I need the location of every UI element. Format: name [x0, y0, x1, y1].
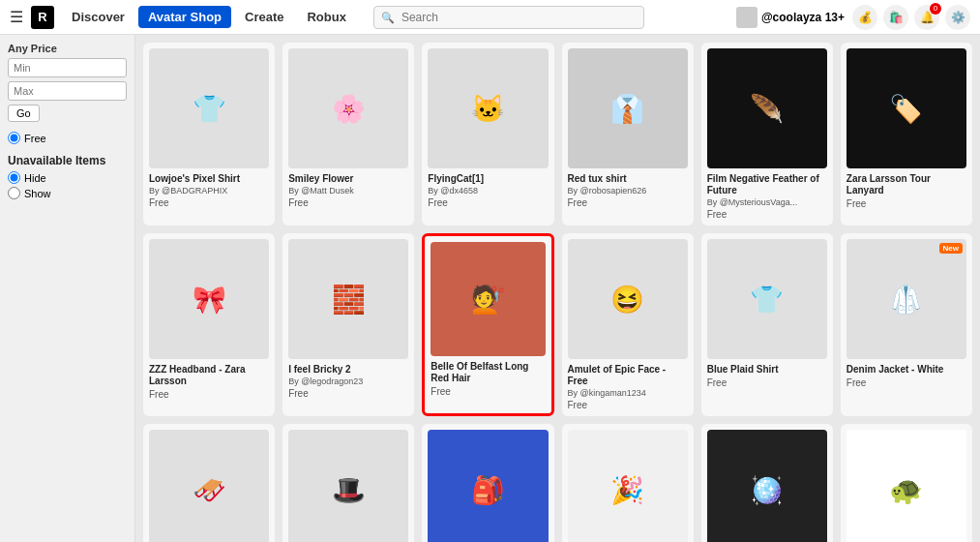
nav-right: @coolayza 13+ 💰 🛍️ 🔔 0 ⚙️ [736, 5, 970, 30]
item-card[interactable]: 🌸 Smiley Flower By @Matt Dusek Free [282, 43, 414, 226]
notification-badge: 0 [930, 3, 941, 15]
nav-action-icons: 💰 🛍️ 🔔 0 ⚙️ [852, 5, 970, 30]
show-radio-item[interactable]: Show [8, 187, 127, 199]
item-card[interactable]: 😆 Amulet of Epic Face - Free By @kingama… [562, 233, 694, 416]
item-card[interactable]: 🪩 2022 New Year's Countdown Hat Offsale [701, 424, 833, 542]
item-card[interactable]: 👔 Red tux shirt By @robosapien626 Free [562, 43, 694, 226]
item-image: 👕 [161, 60, 256, 156]
item-image: 👕 [719, 252, 815, 347]
item-thumbnail: 🎩 [288, 430, 408, 542]
item-card[interactable]: 🎒 Guide's Backpack Offsale [422, 424, 553, 542]
free-filter: Free [8, 132, 127, 144]
price-filter: Any Price Go [8, 43, 127, 122]
hide-radio-item[interactable]: Hide [8, 171, 127, 184]
item-thumbnail: 💇 [431, 242, 545, 356]
unavailable-radio-group: Hide Show [8, 171, 127, 199]
item-creator: By @Matt Dusek [288, 186, 408, 196]
item-card[interactable]: 🪶 Film Negative Feather of Future By @My… [701, 43, 833, 226]
item-card[interactable]: 🎀 ZZZ Headband - Zara Larsson Free [143, 233, 275, 416]
item-card[interactable]: 👕 Lowjoe's Pixel Shirt By @BADGRAPHIX Fr… [143, 43, 275, 226]
nav-links: Discover Avatar Shop Create Robux [62, 6, 356, 28]
item-card[interactable]: 🐱 FlyingCat[1] By @dx4658 Free [422, 43, 553, 226]
item-name: ZZZ Headband - Zara Larsson [149, 364, 269, 387]
item-creator: By @MysteriousVaga... [707, 197, 827, 207]
free-radio-item[interactable]: Free [8, 132, 127, 144]
user-info: @coolayza 13+ [736, 7, 845, 28]
items-content: 👕 Lowjoe's Pixel Shirt By @BADGRAPHIX Fr… [135, 35, 980, 542]
item-price: Free [846, 198, 966, 209]
item-thumbnail: 👔 [568, 48, 688, 168]
item-image: 🐢 [858, 442, 954, 538]
nav-avatar-shop[interactable]: Avatar Shop [138, 6, 231, 28]
item-image: 💇 [442, 254, 534, 346]
item-name: FlyingCat[1] [428, 173, 548, 185]
item-thumbnail: New 🥼 [846, 239, 966, 359]
item-creator: By @BADGRAPHIX [149, 186, 269, 196]
item-thumbnail: 👕 [149, 48, 269, 168]
item-name: Belle Of Belfast Long Red Hair [431, 361, 545, 384]
item-card[interactable]: 💇 Belle Of Belfast Long Red Hair Free [422, 233, 553, 416]
item-thumbnail: 🪶 [707, 48, 827, 168]
free-label: Free [24, 133, 46, 144]
item-card[interactable]: 🏷️ Zara Larsson Tour Lanyard Free [841, 43, 972, 226]
roblox-logo[interactable]: R [31, 6, 54, 29]
item-card[interactable]: 👕 Blue Plaid Shirt Free [701, 233, 833, 416]
username: @coolayza 13+ [761, 11, 845, 24]
item-name: Denim Jacket - White [846, 364, 966, 376]
item-price: Free [149, 389, 269, 400]
item-thumbnail: 🎒 [428, 430, 548, 542]
unavailable-title: Unavailable Items [8, 154, 127, 167]
item-price: Free [288, 388, 408, 399]
item-card[interactable]: New 🥼 Denim Jacket - White Free [841, 233, 972, 416]
max-price-input[interactable] [8, 81, 127, 101]
free-radio[interactable] [8, 132, 20, 144]
nav-create[interactable]: Create [235, 6, 293, 28]
item-image: 🥼 [858, 252, 954, 347]
item-price: Free [428, 197, 548, 208]
item-price: Free [846, 377, 966, 388]
robux-icon-btn[interactable]: 💰 [852, 5, 877, 30]
item-thumbnail: 🐱 [428, 48, 548, 168]
item-name: Lowjoe's Pixel Shirt [149, 173, 269, 185]
item-price: Free [707, 377, 827, 388]
settings-icon-btn[interactable]: ⚙️ [945, 5, 970, 30]
item-card[interactable]: 🛷 Winter Sled Offsale [143, 424, 275, 542]
item-image: 🐱 [440, 60, 536, 156]
item-card[interactable]: 🐢 Bowser 101!.bmp By @Bowser101 Offsale [841, 424, 972, 542]
item-image: 😆 [579, 252, 675, 347]
item-creator: By @dx4658 [428, 186, 548, 196]
nav-robux[interactable]: Robux [297, 6, 355, 28]
go-button[interactable]: Go [8, 105, 40, 122]
item-image: 🏷️ [858, 60, 954, 156]
item-name: Blue Plaid Shirt [707, 364, 827, 376]
hamburger-icon[interactable]: ☰ [10, 8, 23, 26]
item-image: 🌸 [301, 60, 397, 156]
nav-discover[interactable]: Discover [62, 6, 134, 28]
search-input[interactable] [373, 6, 644, 29]
item-image: 🧱 [301, 252, 397, 347]
top-nav: ☰ R Discover Avatar Shop Create Robux 🔍 … [0, 0, 980, 35]
item-thumbnail: 👕 [707, 239, 827, 359]
search-bar: 🔍 [373, 6, 644, 29]
shop-icon-btn[interactable]: 🛍️ [883, 5, 908, 30]
min-price-input[interactable] [8, 58, 127, 77]
hide-radio[interactable] [8, 171, 20, 184]
item-price: Free [288, 197, 408, 208]
item-price: Free [431, 386, 545, 397]
item-creator: By @legodragon23 [288, 376, 408, 386]
show-radio[interactable] [8, 187, 20, 199]
item-price: Free [568, 197, 688, 208]
notifications-icon-btn[interactable]: 🔔 0 [914, 5, 939, 30]
item-name: Red tux shirt [568, 173, 688, 185]
item-name: Smiley Flower [288, 173, 408, 185]
item-name: I feel Bricky 2 [288, 364, 408, 376]
item-image: 🎩 [301, 442, 397, 538]
item-card[interactable]: 🧱 I feel Bricky 2 By @legodragon23 Free [282, 233, 414, 416]
item-thumbnail: 😆 [568, 239, 688, 359]
item-image: 🪩 [719, 442, 815, 538]
item-creator: By @kingaman1234 [568, 388, 688, 398]
item-card[interactable]: 🎉 2022 New Year's Celebration Hat Offsal… [562, 424, 694, 542]
item-badge: New [939, 243, 963, 254]
item-card[interactable]: 🎩 Guppus the Amazing - Hat Offsale [282, 424, 414, 542]
item-image: 🛷 [161, 442, 256, 538]
